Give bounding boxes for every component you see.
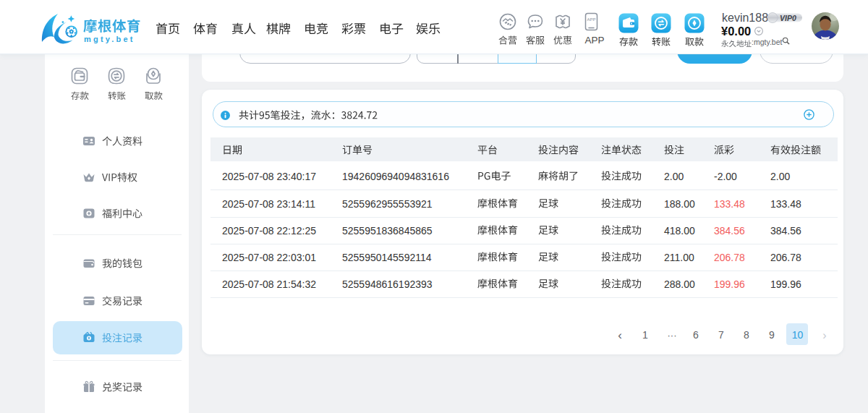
svg-text:VIP0: VIP0 [780,14,796,22]
svg-text:APP: APP [587,17,595,22]
